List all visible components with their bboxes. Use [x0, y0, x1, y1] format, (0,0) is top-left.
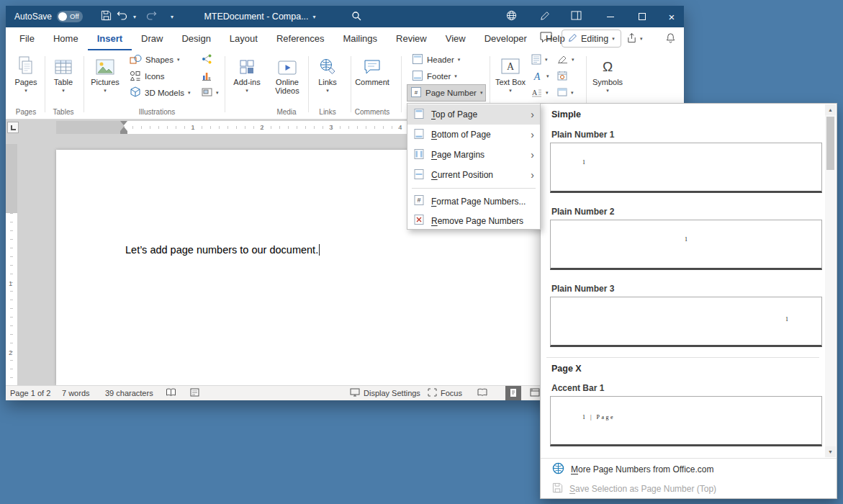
word-count[interactable]: 7 words [62, 386, 90, 400]
icons-button[interactable]: Icons [127, 68, 168, 84]
web-layout-button[interactable] [530, 386, 540, 400]
tab-insert[interactable]: Insert [88, 29, 132, 51]
scroll-down-arrow[interactable]: ▼ [825, 446, 836, 457]
redo-button[interactable] [144, 6, 158, 27]
online-videos-button[interactable]: Online Videos [270, 53, 305, 95]
page-indicator[interactable]: Page 1 of 2 [10, 386, 50, 400]
wordart-button[interactable]: A ▾ [528, 68, 552, 84]
comments-button[interactable] [540, 30, 552, 48]
chevron-down-icon: ▾ [458, 57, 461, 63]
links-button[interactable]: Links ▾ [310, 53, 345, 95]
read-mode-button[interactable] [477, 386, 488, 400]
ribbon-layout-button[interactable] [567, 6, 585, 27]
autosave-control[interactable]: AutoSave Off [14, 6, 83, 27]
menu-item-remove-page-numbers[interactable]: Remove Page Numbers [407, 211, 540, 230]
add-ins-button[interactable]: Add-ins ▾ [230, 53, 264, 95]
minimize-button[interactable] [598, 6, 623, 27]
character-count[interactable]: 39 characters [105, 386, 153, 400]
display-settings-button[interactable]: Display Settings [350, 386, 420, 400]
quick-parts-button[interactable]: ▾ [528, 52, 551, 68]
footer-button[interactable]: Footer ▾ [409, 68, 460, 84]
symbols-button[interactable]: Ω Symbols ▾ [590, 53, 625, 95]
editing-mode-button[interactable]: Editing ▾ [562, 30, 621, 48]
pages-button[interactable]: Pages ▾ [9, 53, 43, 95]
tab-view[interactable]: View [436, 27, 475, 50]
pictures-button[interactable]: Pictures ▾ [88, 53, 122, 95]
tab-stop-selector[interactable] [7, 122, 19, 133]
comment-icon [540, 32, 552, 46]
vertical-ruler[interactable]: 1 2 [6, 144, 17, 385]
undo-dropdown[interactable]: ▾ [130, 6, 139, 27]
web-publish-button[interactable] [502, 6, 520, 27]
autosave-toggle[interactable]: Off [57, 11, 83, 22]
pictures-icon [96, 53, 114, 75]
tab-review[interactable]: Review [387, 27, 436, 50]
chart-button[interactable] [199, 68, 215, 84]
tab-layout[interactable]: Layout [220, 27, 267, 50]
gallery-item-plain-number-1[interactable]: 1 [550, 143, 822, 193]
draw-tool-button[interactable] [536, 6, 554, 27]
date-time-button[interactable] [554, 68, 570, 84]
scroll-up-arrow[interactable]: ▲ [825, 104, 836, 115]
text-box-button[interactable]: A Text Box ▾ [493, 53, 528, 95]
screenshot-button[interactable]: ▾ [199, 85, 222, 101]
menu-item-bottom-of-page[interactable]: Bottom of Page › [407, 125, 540, 145]
menu-item-top-of-page[interactable]: Top of Page › [407, 104, 540, 125]
undo-button[interactable] [115, 6, 130, 27]
chevron-down-icon: ▾ [133, 14, 136, 20]
tab-file[interactable]: File [10, 27, 44, 50]
comment-button[interactable]: Comment [355, 53, 389, 86]
quick-access-toolbar-menu[interactable]: ▾ [167, 6, 177, 27]
tab-home[interactable]: Home [44, 27, 88, 50]
first-line-indent-marker[interactable] [120, 121, 127, 125]
drop-cap-button[interactable]: A ▾ [528, 85, 551, 101]
gallery-scrollbar[interactable]: ▲ ▼ [825, 104, 836, 457]
remove-page-numbers-icon [413, 214, 425, 228]
more-page-numbers-item[interactable]: More Page Numbers from Office.com [541, 459, 837, 480]
tab-mailings[interactable]: Mailings [333, 27, 387, 50]
focus-button[interactable]: Focus [428, 386, 462, 400]
paragraph-text: Let’s add page numbers to our document. [125, 244, 318, 256]
search-button[interactable] [348, 6, 364, 27]
menu-item-current-position[interactable]: Current Position › [407, 165, 540, 185]
tab-draw[interactable]: Draw [132, 27, 172, 50]
menu-item-label: Top of Page [431, 109, 477, 120]
table-button[interactable]: Table ▾ [46, 53, 81, 95]
left-indent-marker[interactable] [120, 131, 127, 134]
share-button[interactable]: ▾ [626, 30, 643, 48]
object-button[interactable]: ▾ [554, 85, 577, 101]
tab-references[interactable]: References [267, 27, 333, 50]
header-button[interactable]: Header ▾ [409, 52, 463, 68]
page-number-button[interactable]: # Page Number ▾ [407, 84, 486, 102]
preview-page-number: 1 [582, 159, 585, 166]
macro-record-status[interactable] [190, 386, 199, 400]
autosave-label: AutoSave [14, 12, 52, 22]
footer-icon [412, 70, 423, 83]
smartart-button[interactable] [199, 52, 215, 68]
tab-design[interactable]: Design [172, 27, 220, 50]
maximize-button[interactable] [629, 6, 655, 27]
gallery-section-title: Page X [551, 364, 582, 374]
scrollbar-thumb[interactable] [826, 117, 834, 170]
document-text[interactable]: Let’s add page numbers to our document. [125, 244, 320, 256]
3d-models-button[interactable]: 3D Models ▾ [127, 85, 193, 101]
tab-developer[interactable]: Developer [475, 27, 536, 50]
gallery-item-plain-number-2[interactable]: 1 [550, 220, 822, 270]
pages-label: Pages [14, 78, 37, 86]
gallery-item-accent-bar-1[interactable]: 1 | Page [550, 396, 822, 446]
chevron-down-icon: ▾ [177, 57, 180, 63]
proofing-status[interactable] [166, 386, 176, 400]
save-button[interactable] [98, 6, 114, 27]
chevron-down-icon: ▾ [104, 86, 107, 95]
shapes-button[interactable]: Shapes ▾ [127, 52, 183, 68]
header-label: Header [427, 55, 454, 64]
close-button[interactable]: × [659, 6, 684, 27]
print-layout-button[interactable] [505, 386, 521, 400]
menu-item-format-page-numbers[interactable]: # Format Page Numbers... [407, 192, 540, 211]
quick-parts-icon [531, 54, 541, 66]
gallery-item-plain-number-3[interactable]: 1 [550, 297, 822, 347]
menu-item-page-margins[interactable]: Page Margins › [407, 145, 540, 165]
document-title[interactable]: MTEDocument - Compa... ▾ [184, 6, 335, 27]
notifications-button[interactable] [665, 30, 676, 48]
signature-line-button[interactable]: ▾ [554, 52, 577, 68]
